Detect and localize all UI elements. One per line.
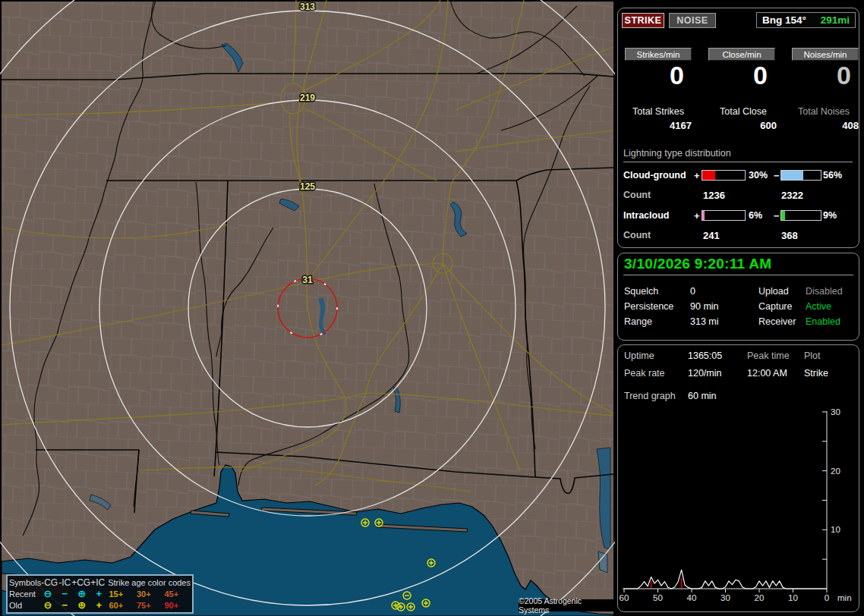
ring-label: 313: [300, 2, 315, 12]
squelch-value: 0: [690, 286, 695, 297]
count-label: Count: [623, 230, 651, 240]
cloud-ground-label: Cloud-ground: [623, 170, 693, 181]
trend-x-tick: 10: [788, 593, 798, 602]
map-legend: Symbols -CG -IC +CG +IC Strike age color…: [6, 574, 194, 614]
cg-plus-count: 1236: [703, 190, 725, 201]
ring-label: 219: [300, 93, 315, 103]
minus-cg-recent-icon: ⊖: [39, 589, 56, 599]
legend-col-plus-ic: +IC: [90, 577, 105, 588]
plus-sign: +: [694, 210, 700, 222]
bearing-distance: 291mi: [821, 14, 850, 26]
ring-label: 125: [300, 181, 315, 192]
age-code-90: 90+: [162, 601, 191, 610]
trend-x-tick: 30: [721, 593, 730, 602]
age-code-30: 30+: [135, 589, 163, 599]
minus-ic-recent-icon: −: [56, 589, 73, 599]
strike-mode-button[interactable]: STRIKE: [622, 13, 664, 28]
trend-x-tick: 40: [687, 593, 697, 602]
peak-rate-label: Peak rate: [624, 368, 665, 379]
squelch-label: Squelch: [624, 286, 658, 297]
age-code-15: 15+: [107, 589, 135, 599]
minus-sign: −: [774, 170, 780, 181]
plus-cg-recent-icon: ⊕: [74, 589, 90, 599]
ic-minus-percent: 9%: [823, 210, 837, 221]
legend-col-minus-cg: -CG: [41, 577, 58, 588]
map-area: 31321912531 Symbols -CG -IC +CG +IC Stri…: [0, 0, 615, 616]
cg-minus-meter: [780, 170, 821, 181]
trend-graph-label: Trend graph: [624, 391, 676, 401]
trend-x-tick: 60: [620, 593, 629, 602]
plot-header: Plot: [804, 350, 821, 361]
trend-graph: 6050403020100min102030: [618, 404, 860, 611]
legend-col-plus-cg: +CG: [71, 577, 90, 588]
peak-rate-value: 120/min: [688, 368, 721, 379]
ring-label: 31: [302, 275, 313, 285]
noises-per-min-value: 0: [792, 62, 859, 88]
bearing-value: Bng 154°: [762, 14, 806, 26]
noise-mode-button[interactable]: NOISE: [669, 13, 716, 28]
plot-value: Strike: [804, 368, 828, 379]
count-label: Count: [623, 190, 651, 200]
peak-time-value: 12:00 AM: [747, 368, 787, 379]
uptime-label: Uptime: [624, 350, 654, 361]
trend-x-tick: 0: [825, 593, 829, 602]
cg-minus-count: 2322: [781, 190, 803, 201]
plus-cg-old-icon: ⊕: [74, 600, 90, 610]
legend-symbols-label: Symbols: [9, 578, 41, 587]
peak-time-header: Peak time: [747, 350, 790, 361]
plus-sign: +: [694, 170, 700, 181]
trend-x-tick: 50: [653, 593, 663, 602]
age-code-45: 45+: [162, 589, 191, 599]
intracloud-row: Intracloud + 6% − 9%: [618, 210, 860, 222]
receiver-status: Enabled: [806, 316, 840, 327]
minus-ic-old-icon: −: [56, 600, 73, 610]
trend-window-value: 60 min: [688, 391, 717, 401]
copyright-bar: ©2005 Astrogenic Systems: [519, 599, 613, 611]
trend-y-tick: 10: [831, 525, 840, 534]
range-label: Range: [624, 316, 652, 327]
receiver-label: Receiver: [758, 316, 796, 327]
total-noises-value: 408: [789, 120, 859, 131]
cloud-ground-count-row: Count 1236 2322: [618, 190, 860, 201]
minus-cg-old-icon: ⊖: [39, 600, 56, 610]
plus-ic-recent-icon: +: [90, 589, 107, 599]
upload-status: Disabled: [806, 286, 843, 297]
total-noises-label: Total Noises: [787, 106, 860, 117]
ic-plus-meter: [702, 210, 746, 221]
legend-recent-label: Recent: [9, 589, 39, 599]
capture-status: Active: [806, 301, 831, 312]
trend-line: [624, 570, 827, 589]
cg-plus-percent: 30%: [749, 170, 768, 181]
total-close-value: 600: [707, 120, 777, 131]
range-value: 313 mi: [690, 316, 719, 327]
close-per-min-button[interactable]: Close/min: [708, 48, 775, 61]
intracloud-label: Intracloud: [623, 210, 693, 221]
trend-x-unit: min: [837, 593, 852, 602]
date-time: 3/10/2026 9:20:11 AM: [624, 256, 771, 272]
bearing-readout: Bng 154° 291mi: [756, 12, 856, 28]
trend-y-tick: 20: [831, 467, 840, 476]
cg-minus-percent: 56%: [823, 170, 842, 181]
lightning-map[interactable]: 31321912531: [0, 0, 615, 616]
ic-plus-percent: 6%: [749, 210, 762, 221]
noises-per-min-button[interactable]: Noises/min: [792, 48, 859, 61]
upload-label: Upload: [758, 286, 789, 297]
distribution-title: Lightning type distribution: [623, 148, 853, 162]
close-per-min-value: 0: [708, 62, 775, 88]
status-panel: 3/10/2026 9:20:11 AM Squelch 0 Persisten…: [617, 253, 859, 341]
trend-panel: Uptime 1365:05 Peak time Plot Peak rate …: [617, 344, 859, 612]
persistence-value: 90 min: [690, 301, 719, 312]
legend-col-minus-ic: -IC: [58, 577, 71, 588]
strikes-per-min-value: 0: [625, 62, 692, 88]
total-strikes-label: Total Strikes: [622, 106, 695, 117]
intracloud-count-row: Count 241 368: [618, 230, 860, 241]
age-code-75: 75+: [135, 601, 163, 610]
ic-minus-count: 368: [781, 230, 798, 241]
strike-stats-panel: STRIKE NOISE Bng 154° 291mi Strikes/min …: [617, 8, 859, 248]
uptime-value: 1365:05: [688, 350, 722, 361]
capture-label: Capture: [758, 301, 792, 312]
legend-header: Symbols -CG -IC +CG +IC Strike age color…: [9, 577, 191, 588]
strikes-per-min-button[interactable]: Strikes/min: [625, 48, 692, 61]
trend-y-tick: 30: [831, 407, 840, 416]
nexstorm-window: 31321912531 Symbols -CG -IC +CG +IC Stri…: [0, 0, 864, 616]
